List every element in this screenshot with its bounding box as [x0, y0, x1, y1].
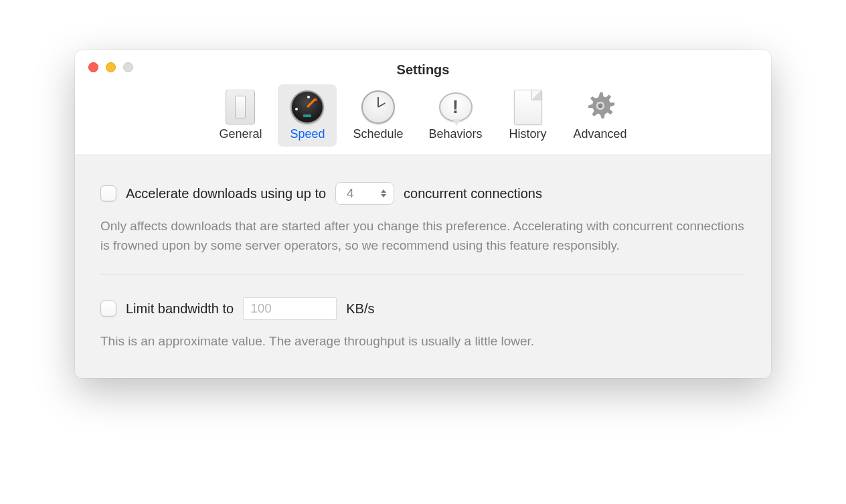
tab-label: History: [509, 127, 547, 141]
svg-point-1: [598, 104, 602, 108]
tab-history[interactable]: History: [499, 84, 558, 147]
tab-label: Speed: [290, 127, 325, 141]
stepper-arrows-icon: [380, 189, 387, 198]
alert-bubble-icon: !: [438, 90, 473, 124]
tab-advanced[interactable]: Advanced: [564, 84, 637, 147]
zoom-button[interactable]: [123, 62, 133, 72]
connections-value: 4: [347, 186, 354, 201]
gear-icon: [583, 90, 618, 124]
accelerate-label-before: Accelerate downloads using up to: [126, 186, 326, 201]
tab-schedule[interactable]: Schedule: [343, 84, 412, 147]
tab-behaviors[interactable]: ! Behaviors: [420, 84, 492, 147]
bandwidth-hint: This is an approximate value. The averag…: [100, 332, 746, 351]
accelerate-label-after: concurrent connections: [404, 186, 542, 201]
window-title: Settings: [75, 62, 771, 78]
settings-window: Settings General Speed: [75, 50, 771, 378]
accelerate-checkbox[interactable]: [100, 185, 116, 201]
tab-label: Behaviors: [429, 127, 483, 141]
connections-stepper[interactable]: 4: [335, 182, 394, 205]
tab-label: Schedule: [353, 127, 403, 141]
clock-icon: [361, 90, 396, 124]
content-pane: Accelerate downloads using up to 4 concu…: [75, 155, 771, 378]
switch-icon: [223, 90, 258, 124]
tab-speed[interactable]: Speed: [278, 84, 337, 147]
bandwidth-checkbox[interactable]: [100, 301, 116, 317]
gauge-icon: [290, 90, 325, 124]
tab-label: Advanced: [574, 127, 627, 141]
tab-general[interactable]: General: [209, 84, 271, 147]
titlebar: Settings General Speed: [75, 50, 771, 155]
tab-label: General: [219, 127, 262, 141]
divider: [100, 274, 746, 274]
bandwidth-label: Limit bandwidth to: [126, 301, 234, 317]
bandwidth-unit: KB/s: [346, 301, 374, 317]
bandwidth-row: Limit bandwidth to KB/s: [100, 297, 746, 320]
document-icon: [511, 90, 545, 124]
accelerate-row: Accelerate downloads using up to 4 concu…: [100, 182, 746, 205]
toolbar: General Speed Schedule: [75, 84, 771, 155]
bandwidth-input[interactable]: [243, 297, 337, 320]
minimize-button[interactable]: [106, 62, 116, 72]
accelerate-hint: Only affects downloads that are started …: [100, 217, 746, 255]
window-controls: [88, 62, 133, 72]
close-button[interactable]: [88, 62, 98, 72]
